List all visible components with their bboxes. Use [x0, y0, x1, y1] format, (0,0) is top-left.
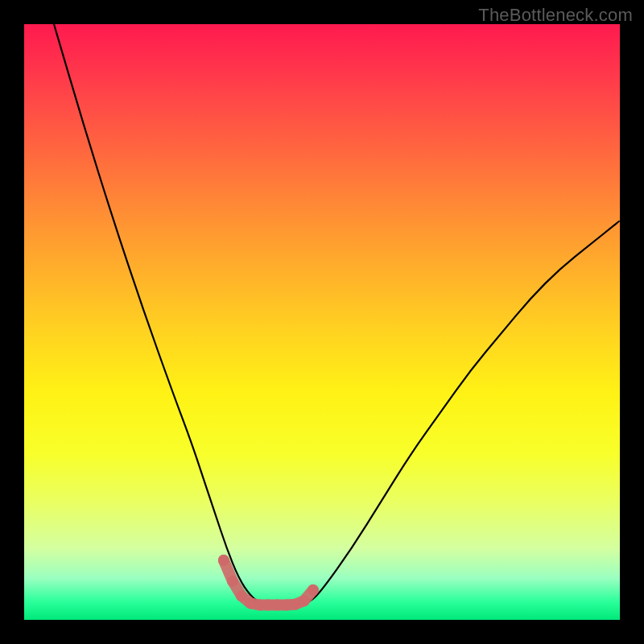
fit-marker-dot — [218, 555, 229, 566]
fit-marker-dot — [227, 576, 238, 587]
bottleneck-curve — [54, 24, 620, 605]
watermark-text: TheBottleneck.com — [478, 5, 633, 26]
fit-marker-dot — [308, 584, 319, 596]
fit-marker-dot — [299, 595, 310, 606]
fit-marker-dot — [236, 590, 247, 601]
plot-area — [24, 24, 620, 620]
bottleneck-curve-svg — [24, 24, 620, 620]
chart-frame: TheBottleneck.com — [0, 0, 644, 644]
